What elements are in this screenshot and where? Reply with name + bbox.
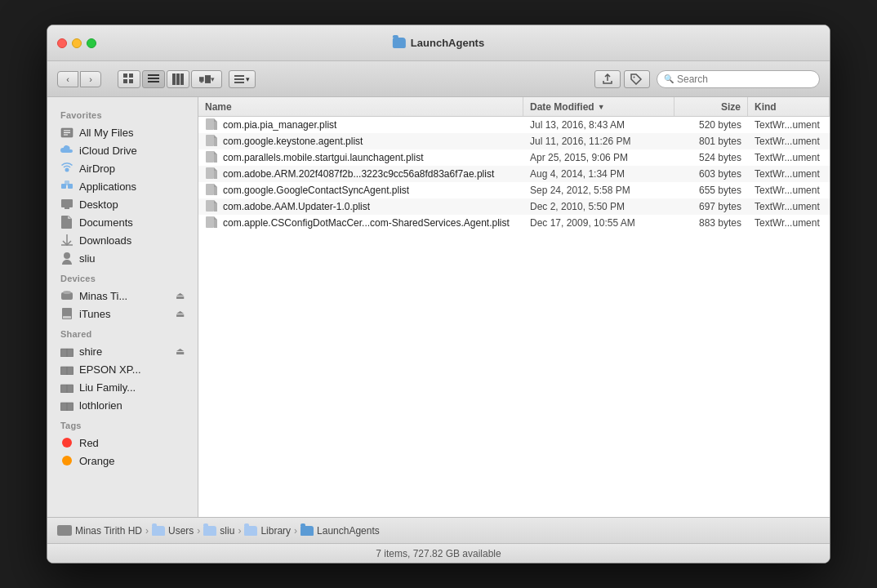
applications-icon	[60, 180, 73, 193]
table-row[interactable]: com.apple.CSConfigDotMacCer...com-Shared…	[198, 215, 830, 231]
list-view-button[interactable]	[142, 70, 165, 88]
coverflow-view-button[interactable]: ▾	[191, 70, 222, 88]
sidebar-item-shire[interactable]: shire ⏏	[51, 342, 194, 360]
sidebar-item-orange[interactable]: Orange	[51, 452, 194, 470]
sliu-label: sliu	[79, 252, 185, 265]
svg-rect-11	[205, 75, 211, 83]
minimize-button[interactable]	[72, 38, 82, 48]
svg-marker-70	[214, 216, 217, 220]
back-button[interactable]: ‹	[57, 71, 78, 87]
maximize-button[interactable]	[87, 38, 96, 48]
icloud-drive-label: iCloud Drive	[79, 145, 185, 157]
sidebar-item-all-my-files[interactable]: All My Files	[51, 123, 194, 141]
file-rows: com.pia.pia_manager.plist Jul 13, 2016, …	[198, 117, 830, 517]
file-name: com.apple.CSConfigDotMacCer...com-Shared…	[223, 217, 510, 229]
file-kind-cell: TextWr...ument	[748, 152, 830, 163]
red-tag-icon	[60, 436, 73, 449]
breadcrumb-item[interactable]: sliu	[203, 525, 234, 537]
kind-column-header[interactable]: Kind	[748, 97, 830, 116]
sidebar-item-lothlorien[interactable]: lothlorien	[51, 396, 194, 414]
table-row[interactable]: com.google.keystone.agent.plist Jul 11, …	[198, 133, 830, 149]
svg-rect-14	[234, 78, 244, 80]
arrange-icon	[234, 74, 244, 84]
forward-button[interactable]: ›	[80, 71, 101, 87]
sidebar-item-sliu[interactable]: sliu	[51, 249, 194, 267]
sidebar-item-minas-tirith[interactable]: Minas Ti... ⏏	[51, 287, 194, 305]
file-size-cell: 883 bytes	[674, 217, 748, 229]
icloud-drive-icon	[60, 144, 73, 157]
breadcrumb-item[interactable]: Minas Tirith HD	[57, 525, 142, 537]
svg-rect-67	[214, 203, 217, 212]
airdrop-label: AirDrop	[79, 163, 185, 175]
share-button[interactable]	[594, 70, 621, 88]
favorites-header: Favorites	[47, 104, 198, 123]
svg-marker-46	[214, 118, 217, 122]
action-buttons	[594, 70, 650, 88]
shire-eject-icon[interactable]: ⏏	[176, 345, 185, 357]
table-row[interactable]: com.pia.pia_manager.plist Jul 13, 2016, …	[198, 117, 830, 133]
table-row[interactable]: com.adobe.AAM.Updater-1.0.plist Dec 2, 2…	[198, 198, 830, 215]
coverflow-view-icon	[199, 74, 211, 85]
arrange-button[interactable]: ▾	[229, 70, 256, 88]
svg-point-30	[63, 291, 71, 294]
liu-family-icon	[60, 381, 73, 394]
breadcrumb-item[interactable]: Library	[244, 525, 291, 537]
sliu-icon	[60, 252, 73, 265]
file-date-cell: Dec 17, 2009, 10:55 AM	[523, 217, 674, 229]
itunes-eject-icon[interactable]: ⏏	[176, 308, 185, 319]
svg-rect-26	[61, 199, 73, 207]
file-name: com.pia.pia_manager.plist	[223, 119, 336, 131]
file-name-cell: com.google.keystone.agent.plist	[198, 135, 523, 148]
statusbar: 7 items, 727.82 GB available	[47, 543, 830, 563]
file-kind-cell: TextWr...ument	[748, 201, 830, 212]
file-date-cell: Aug 4, 2014, 1:34 PM	[523, 168, 674, 180]
file-kind-cell: TextWr...ument	[748, 168, 830, 180]
folder-icon	[244, 526, 257, 536]
svg-rect-51	[214, 138, 217, 146]
sidebar-item-downloads[interactable]: Downloads	[51, 231, 194, 249]
search-icon: 🔍	[664, 74, 674, 83]
sidebar-item-liu-family[interactable]: Liu Family...	[51, 378, 194, 396]
sidebar-item-applications[interactable]: Applications	[51, 177, 194, 195]
sidebar-item-epson-xp[interactable]: EPSON XP...	[51, 360, 194, 378]
sidebar-item-itunes[interactable]: iTunes ⏏	[51, 305, 194, 323]
svg-rect-12	[200, 81, 203, 82]
breadcrumb-item[interactable]: LaunchAgents	[300, 525, 380, 537]
column-view-button[interactable]	[167, 70, 189, 88]
svg-rect-48	[207, 118, 214, 122]
svg-marker-50	[214, 135, 217, 138]
orange-tag-label: Orange	[79, 455, 185, 467]
file-date-cell: Jul 11, 2016, 11:26 PM	[523, 136, 674, 147]
sidebar-item-desktop[interactable]: Desktop	[51, 195, 194, 213]
minas-tirith-eject-icon[interactable]: ⏏	[176, 290, 185, 301]
date-column-header[interactable]: Date Modified ▼	[523, 97, 674, 116]
title-text: LaunchAgents	[411, 37, 484, 49]
sidebar-item-red[interactable]: Red	[51, 434, 194, 452]
svg-rect-64	[207, 184, 214, 187]
table-row[interactable]: com.adobe.ARM.202f4087f2b...3223c9cc56a8…	[198, 166, 830, 182]
column-headers: Name Date Modified ▼ Size Kind	[198, 97, 830, 117]
all-my-files-icon	[60, 126, 73, 139]
table-row[interactable]: com.parallels.mobile.startgui.launchagen…	[198, 149, 830, 166]
search-input[interactable]	[677, 74, 812, 85]
size-column-header[interactable]: Size	[674, 97, 748, 116]
file-name: com.google.GoogleContactSyncAgent.plist	[223, 185, 409, 196]
sidebar-item-icloud-drive[interactable]: iCloud Drive	[51, 141, 194, 159]
tag-button[interactable]	[624, 70, 650, 88]
search-box[interactable]: 🔍	[657, 70, 820, 88]
titlebar: LaunchAgents	[47, 25, 830, 61]
sidebar-item-airdrop[interactable]: AirDrop	[51, 159, 194, 177]
close-button[interactable]	[57, 38, 67, 48]
lothlorien-icon	[60, 399, 73, 412]
minas-tirith-label: Minas Ti...	[79, 290, 170, 302]
traffic-lights	[57, 38, 96, 48]
sidebar-item-documents[interactable]: Documents	[51, 213, 194, 231]
svg-rect-68	[207, 200, 214, 203]
file-date-cell: Apr 25, 2015, 9:06 PM	[523, 152, 674, 163]
orange-tag-icon	[60, 454, 73, 467]
name-column-header[interactable]: Name	[198, 97, 523, 116]
svg-rect-72	[207, 216, 214, 220]
icon-view-button[interactable]	[118, 70, 140, 88]
table-row[interactable]: com.google.GoogleContactSyncAgent.plist …	[198, 182, 830, 198]
breadcrumb-item[interactable]: Users	[152, 525, 194, 537]
